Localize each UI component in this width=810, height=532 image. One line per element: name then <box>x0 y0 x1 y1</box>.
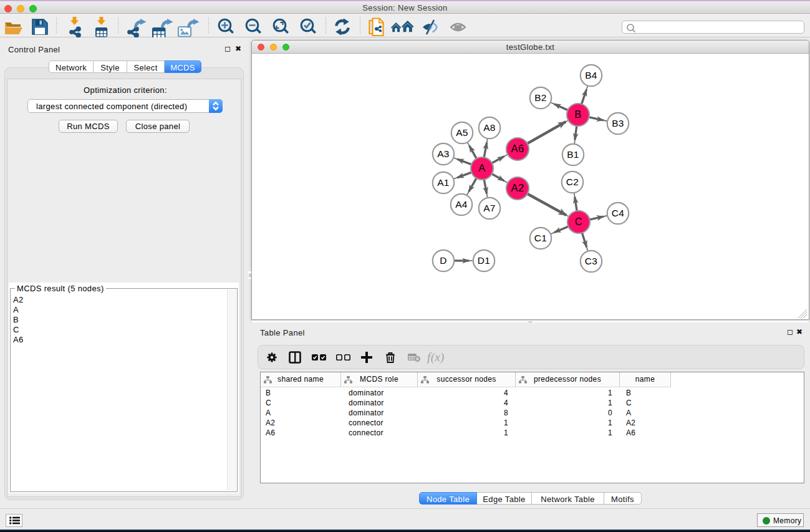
svg-text:D: D <box>440 255 447 266</box>
svg-text:C4: C4 <box>612 208 625 218</box>
svg-text:A5: A5 <box>456 127 468 138</box>
svg-text:A3: A3 <box>437 148 450 159</box>
svg-text:B2: B2 <box>534 92 547 103</box>
svg-text:B: B <box>574 109 581 120</box>
svg-text:B1: B1 <box>567 149 579 160</box>
svg-text:A7: A7 <box>483 203 496 213</box>
svg-text:B3: B3 <box>612 118 624 128</box>
svg-text:B4: B4 <box>585 70 597 80</box>
svg-text:A8: A8 <box>483 122 496 133</box>
svg-text:C2: C2 <box>566 177 579 187</box>
svg-text:D1: D1 <box>478 255 491 266</box>
svg-text:A6: A6 <box>511 143 524 154</box>
svg-text:C1: C1 <box>534 233 547 243</box>
svg-text:A2: A2 <box>511 182 524 193</box>
svg-text:C: C <box>575 216 582 227</box>
svg-text:A4: A4 <box>455 199 468 210</box>
svg-text:A1: A1 <box>437 177 450 188</box>
svg-text:A: A <box>478 162 485 173</box>
svg-text:C3: C3 <box>585 256 598 266</box>
